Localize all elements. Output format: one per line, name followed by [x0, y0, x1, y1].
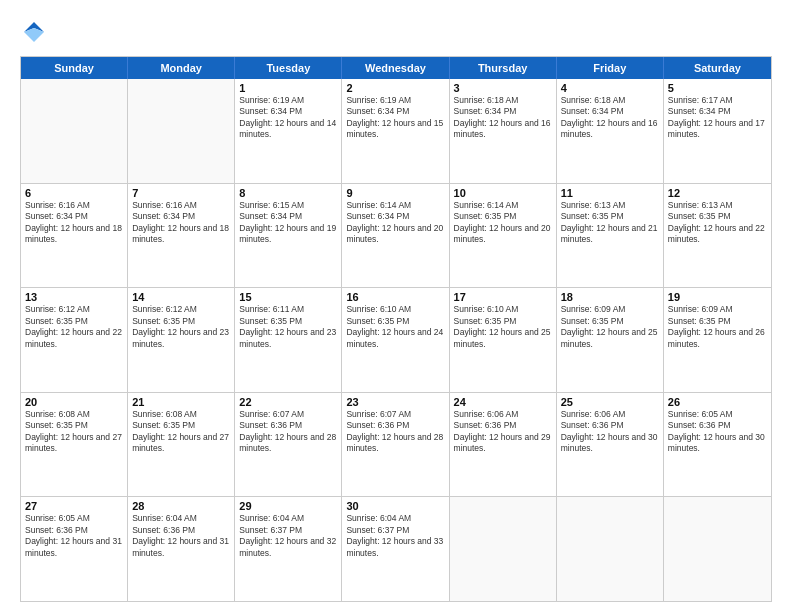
day-info: Sunrise: 6:19 AM Sunset: 6:34 PM Dayligh… [346, 95, 444, 141]
day-number: 11 [561, 187, 659, 199]
cal-day-15: 15Sunrise: 6:11 AM Sunset: 6:35 PM Dayli… [235, 288, 342, 392]
day-info: Sunrise: 6:18 AM Sunset: 6:34 PM Dayligh… [454, 95, 552, 141]
day-number: 22 [239, 396, 337, 408]
day-number: 21 [132, 396, 230, 408]
day-info: Sunrise: 6:16 AM Sunset: 6:34 PM Dayligh… [25, 200, 123, 246]
day-info: Sunrise: 6:13 AM Sunset: 6:35 PM Dayligh… [668, 200, 767, 246]
cal-day-17: 17Sunrise: 6:10 AM Sunset: 6:35 PM Dayli… [450, 288, 557, 392]
cal-empty [664, 497, 771, 601]
cal-day-21: 21Sunrise: 6:08 AM Sunset: 6:35 PM Dayli… [128, 393, 235, 497]
day-info: Sunrise: 6:06 AM Sunset: 6:36 PM Dayligh… [561, 409, 659, 455]
day-number: 24 [454, 396, 552, 408]
cal-day-11: 11Sunrise: 6:13 AM Sunset: 6:35 PM Dayli… [557, 184, 664, 288]
calendar-row-3: 13Sunrise: 6:12 AM Sunset: 6:35 PM Dayli… [21, 287, 771, 392]
day-info: Sunrise: 6:15 AM Sunset: 6:34 PM Dayligh… [239, 200, 337, 246]
day-number: 6 [25, 187, 123, 199]
day-number: 18 [561, 291, 659, 303]
day-number: 30 [346, 500, 444, 512]
day-info: Sunrise: 6:04 AM Sunset: 6:37 PM Dayligh… [239, 513, 337, 559]
day-info: Sunrise: 6:12 AM Sunset: 6:35 PM Dayligh… [132, 304, 230, 350]
day-number: 16 [346, 291, 444, 303]
day-number: 7 [132, 187, 230, 199]
cal-day-7: 7Sunrise: 6:16 AM Sunset: 6:34 PM Daylig… [128, 184, 235, 288]
cal-day-18: 18Sunrise: 6:09 AM Sunset: 6:35 PM Dayli… [557, 288, 664, 392]
cal-day-25: 25Sunrise: 6:06 AM Sunset: 6:36 PM Dayli… [557, 393, 664, 497]
day-number: 4 [561, 82, 659, 94]
calendar-row-2: 6Sunrise: 6:16 AM Sunset: 6:34 PM Daylig… [21, 183, 771, 288]
day-number: 28 [132, 500, 230, 512]
day-number: 13 [25, 291, 123, 303]
day-info: Sunrise: 6:12 AM Sunset: 6:35 PM Dayligh… [25, 304, 123, 350]
cal-day-19: 19Sunrise: 6:09 AM Sunset: 6:35 PM Dayli… [664, 288, 771, 392]
cal-day-10: 10Sunrise: 6:14 AM Sunset: 6:35 PM Dayli… [450, 184, 557, 288]
day-number: 27 [25, 500, 123, 512]
day-number: 12 [668, 187, 767, 199]
calendar-row-4: 20Sunrise: 6:08 AM Sunset: 6:35 PM Dayli… [21, 392, 771, 497]
day-number: 26 [668, 396, 767, 408]
calendar-body: 1Sunrise: 6:19 AM Sunset: 6:34 PM Daylig… [21, 79, 771, 601]
cal-day-5: 5Sunrise: 6:17 AM Sunset: 6:34 PM Daylig… [664, 79, 771, 183]
day-number: 1 [239, 82, 337, 94]
day-number: 2 [346, 82, 444, 94]
cal-day-9: 9Sunrise: 6:14 AM Sunset: 6:34 PM Daylig… [342, 184, 449, 288]
day-number: 10 [454, 187, 552, 199]
header-day-friday: Friday [557, 57, 664, 79]
day-info: Sunrise: 6:10 AM Sunset: 6:35 PM Dayligh… [454, 304, 552, 350]
cal-empty [21, 79, 128, 183]
cal-day-13: 13Sunrise: 6:12 AM Sunset: 6:35 PM Dayli… [21, 288, 128, 392]
day-info: Sunrise: 6:19 AM Sunset: 6:34 PM Dayligh… [239, 95, 337, 141]
header-day-sunday: Sunday [21, 57, 128, 79]
day-number: 9 [346, 187, 444, 199]
day-info: Sunrise: 6:08 AM Sunset: 6:35 PM Dayligh… [132, 409, 230, 455]
cal-day-23: 23Sunrise: 6:07 AM Sunset: 6:36 PM Dayli… [342, 393, 449, 497]
day-info: Sunrise: 6:05 AM Sunset: 6:36 PM Dayligh… [668, 409, 767, 455]
day-number: 29 [239, 500, 337, 512]
cal-empty [450, 497, 557, 601]
header-day-thursday: Thursday [450, 57, 557, 79]
day-info: Sunrise: 6:14 AM Sunset: 6:35 PM Dayligh… [454, 200, 552, 246]
page: SundayMondayTuesdayWednesdayThursdayFrid… [0, 0, 792, 612]
cal-day-14: 14Sunrise: 6:12 AM Sunset: 6:35 PM Dayli… [128, 288, 235, 392]
day-number: 17 [454, 291, 552, 303]
cal-empty [557, 497, 664, 601]
day-info: Sunrise: 6:08 AM Sunset: 6:35 PM Dayligh… [25, 409, 123, 455]
day-info: Sunrise: 6:17 AM Sunset: 6:34 PM Dayligh… [668, 95, 767, 141]
calendar-row-1: 1Sunrise: 6:19 AM Sunset: 6:34 PM Daylig… [21, 79, 771, 183]
cal-day-24: 24Sunrise: 6:06 AM Sunset: 6:36 PM Dayli… [450, 393, 557, 497]
logo-icon [20, 18, 48, 46]
cal-day-8: 8Sunrise: 6:15 AM Sunset: 6:34 PM Daylig… [235, 184, 342, 288]
cal-day-16: 16Sunrise: 6:10 AM Sunset: 6:35 PM Dayli… [342, 288, 449, 392]
cal-day-29: 29Sunrise: 6:04 AM Sunset: 6:37 PM Dayli… [235, 497, 342, 601]
header-day-saturday: Saturday [664, 57, 771, 79]
day-number: 25 [561, 396, 659, 408]
day-number: 23 [346, 396, 444, 408]
day-number: 19 [668, 291, 767, 303]
day-info: Sunrise: 6:18 AM Sunset: 6:34 PM Dayligh… [561, 95, 659, 141]
cal-day-26: 26Sunrise: 6:05 AM Sunset: 6:36 PM Dayli… [664, 393, 771, 497]
day-info: Sunrise: 6:09 AM Sunset: 6:35 PM Dayligh… [668, 304, 767, 350]
header-day-wednesday: Wednesday [342, 57, 449, 79]
day-info: Sunrise: 6:07 AM Sunset: 6:36 PM Dayligh… [346, 409, 444, 455]
day-number: 15 [239, 291, 337, 303]
day-info: Sunrise: 6:09 AM Sunset: 6:35 PM Dayligh… [561, 304, 659, 350]
day-info: Sunrise: 6:11 AM Sunset: 6:35 PM Dayligh… [239, 304, 337, 350]
logo [20, 18, 54, 46]
cal-day-20: 20Sunrise: 6:08 AM Sunset: 6:35 PM Dayli… [21, 393, 128, 497]
day-number: 20 [25, 396, 123, 408]
cal-day-30: 30Sunrise: 6:04 AM Sunset: 6:37 PM Dayli… [342, 497, 449, 601]
cal-day-12: 12Sunrise: 6:13 AM Sunset: 6:35 PM Dayli… [664, 184, 771, 288]
cal-day-27: 27Sunrise: 6:05 AM Sunset: 6:36 PM Dayli… [21, 497, 128, 601]
calendar-row-5: 27Sunrise: 6:05 AM Sunset: 6:36 PM Dayli… [21, 496, 771, 601]
day-number: 14 [132, 291, 230, 303]
day-info: Sunrise: 6:04 AM Sunset: 6:37 PM Dayligh… [346, 513, 444, 559]
day-info: Sunrise: 6:07 AM Sunset: 6:36 PM Dayligh… [239, 409, 337, 455]
day-number: 8 [239, 187, 337, 199]
day-info: Sunrise: 6:10 AM Sunset: 6:35 PM Dayligh… [346, 304, 444, 350]
calendar-header: SundayMondayTuesdayWednesdayThursdayFrid… [21, 57, 771, 79]
cal-day-22: 22Sunrise: 6:07 AM Sunset: 6:36 PM Dayli… [235, 393, 342, 497]
day-info: Sunrise: 6:13 AM Sunset: 6:35 PM Dayligh… [561, 200, 659, 246]
cal-day-28: 28Sunrise: 6:04 AM Sunset: 6:36 PM Dayli… [128, 497, 235, 601]
day-info: Sunrise: 6:05 AM Sunset: 6:36 PM Dayligh… [25, 513, 123, 559]
cal-day-1: 1Sunrise: 6:19 AM Sunset: 6:34 PM Daylig… [235, 79, 342, 183]
cal-empty [128, 79, 235, 183]
